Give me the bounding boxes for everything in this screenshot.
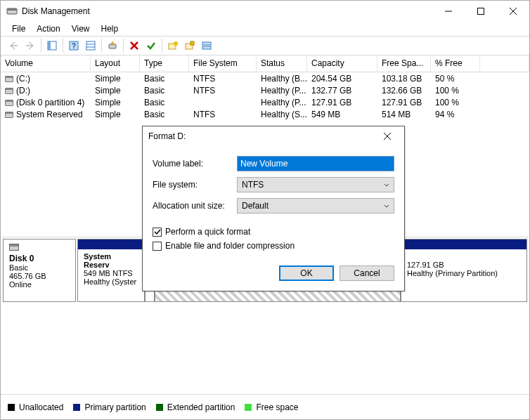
close-button[interactable] (497, 1, 529, 22)
layout-icon[interactable] (198, 37, 215, 54)
toolbar-separator (123, 39, 124, 53)
partition-block[interactable]: System Reserv 549 MB NTFS Healthy (Syste… (77, 239, 145, 302)
partition-title: System Reserv (84, 252, 111, 269)
help-icon[interactable]: ? (65, 37, 82, 54)
new-partition-icon[interactable] (164, 37, 181, 54)
settings-view-icon[interactable] (44, 37, 60, 54)
legend-unallocated: Unallocated (19, 402, 63, 412)
cell-pct: 100 % (431, 97, 480, 108)
list-view-icon[interactable] (82, 37, 99, 54)
label-compression: Enable file and folder compression (165, 241, 295, 251)
menu-bar: File Action View Help (1, 22, 529, 36)
legend-free: Free space (256, 402, 298, 412)
col-header-pctfree[interactable]: % Free (431, 55, 480, 72)
col-header-layout[interactable]: Layout (91, 55, 140, 72)
cell-volume: System Reserved (16, 110, 83, 119)
toolbar-separator (41, 39, 41, 53)
volume-table: Volume Layout Type File System Status Ca… (1, 55, 529, 120)
volume-icon (5, 76, 13, 82)
col-header-capacity[interactable]: Capacity (307, 55, 377, 72)
cancel-button[interactable]: Cancel (340, 265, 394, 281)
table-row[interactable]: System Reserved Simple Basic NTFS Health… (1, 108, 529, 120)
swatch-extended (156, 404, 163, 411)
disk-size: 465.76 GB (9, 272, 46, 280)
partition-stripe (401, 239, 526, 249)
compression-row[interactable]: Enable file and folder compression (153, 239, 394, 253)
cell-capacity: 204.54 GB (307, 73, 377, 84)
legend-extended: Extended partition (167, 402, 235, 412)
checkbox-quick-format[interactable] (153, 228, 162, 237)
col-header-type[interactable]: Type (140, 55, 189, 72)
cell-fs: NTFS (189, 109, 257, 120)
menu-action[interactable]: Action (31, 22, 65, 35)
disk-icon (9, 244, 19, 251)
legend: Unallocated Primary partition Extended p… (1, 394, 529, 419)
svg-rect-1 (7, 8, 17, 11)
cell-fs (189, 102, 257, 103)
delete-icon[interactable] (126, 37, 143, 54)
partition-line3: Healthy (Syster (84, 277, 136, 286)
label-filesystem: File system: (153, 180, 237, 190)
menu-file[interactable]: File (6, 22, 31, 35)
cell-status: Healthy (S... (257, 109, 307, 120)
partition-block[interactable]: 127.91 GB Healthy (Primary Partition) (401, 239, 527, 302)
svg-rect-3 (478, 8, 484, 15)
chevron-down-icon (384, 201, 389, 211)
cell-layout: Simple (91, 85, 140, 96)
col-header-blank (480, 55, 529, 72)
cell-volume: (C:) (16, 74, 30, 84)
cell-status: Healthy (P... (257, 85, 307, 96)
cell-volume: (Disk 0 partition 4) (16, 98, 84, 107)
close-icon (384, 133, 391, 140)
volume-icon (5, 88, 13, 94)
quick-format-row[interactable]: Perform a quick format (153, 225, 394, 239)
legend-primary: Primary partition (84, 402, 146, 412)
table-row[interactable]: (D:) Simple Basic NTFS Healthy (P... 132… (1, 84, 529, 96)
disk-state: Online (9, 280, 32, 289)
table-body: (C:) Simple Basic NTFS Healthy (B... 204… (1, 72, 529, 120)
check-icon[interactable] (143, 37, 160, 54)
table-header: Volume Layout Type File System Status Ca… (1, 55, 529, 72)
menu-help[interactable]: Help (96, 22, 124, 35)
checkbox-compression[interactable] (153, 242, 162, 251)
volume-icon (5, 100, 13, 106)
dialog-body: Volume label: File system: NTFS Allocati… (143, 146, 404, 291)
menu-view[interactable]: View (66, 22, 96, 35)
allocation-unit-select[interactable]: Default (237, 198, 394, 214)
col-header-freespace[interactable]: Free Spa... (377, 55, 431, 72)
cell-layout: Simple (91, 109, 140, 120)
svg-rect-22 (202, 42, 211, 45)
cell-type: Basic (140, 85, 189, 96)
svg-text:?: ? (72, 42, 76, 50)
aus-value: Default (242, 201, 269, 211)
cell-free: 127.91 GB (377, 97, 431, 108)
col-header-status[interactable]: Status (257, 55, 307, 72)
properties-icon[interactable] (181, 37, 198, 54)
filesystem-value: NTFS (242, 180, 264, 190)
col-header-filesystem[interactable]: File System (189, 55, 257, 72)
volume-label-input[interactable] (237, 156, 394, 171)
cell-type: Basic (140, 109, 189, 120)
back-button[interactable] (5, 37, 22, 54)
ok-button[interactable]: OK (279, 265, 334, 281)
swatch-primary (73, 404, 80, 411)
title-bar: Disk Management (1, 1, 529, 22)
maximize-button[interactable] (465, 1, 497, 22)
filesystem-select[interactable]: NTFS (237, 177, 394, 192)
minimize-button[interactable] (432, 1, 465, 22)
chevron-down-icon (384, 180, 389, 190)
col-header-volume[interactable]: Volume (1, 55, 91, 72)
refresh-icon[interactable] (104, 37, 121, 54)
dialog-close-button[interactable] (376, 128, 399, 145)
cell-layout: Simple (91, 97, 140, 108)
svg-rect-12 (86, 41, 95, 50)
table-row[interactable]: (C:) Simple Basic NTFS Healthy (B... 204… (1, 72, 529, 84)
forward-button[interactable] (22, 37, 39, 54)
cell-pct: 94 % (431, 109, 480, 120)
cell-volume: (D:) (16, 86, 30, 96)
cell-free: 132.66 GB (377, 85, 431, 96)
swatch-free (245, 404, 252, 411)
disk-info[interactable]: Disk 0 Basic 465.76 GB Online (3, 239, 76, 302)
disk-name: Disk 0 (9, 254, 34, 263)
table-row[interactable]: (Disk 0 partition 4) Simple Basic Health… (1, 96, 529, 108)
